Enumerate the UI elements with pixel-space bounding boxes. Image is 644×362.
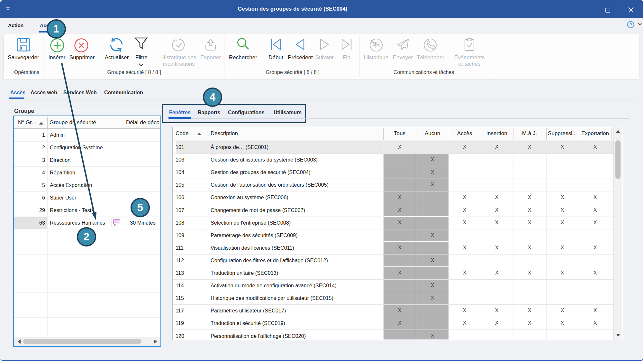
svg-text:?: ?	[629, 22, 632, 27]
